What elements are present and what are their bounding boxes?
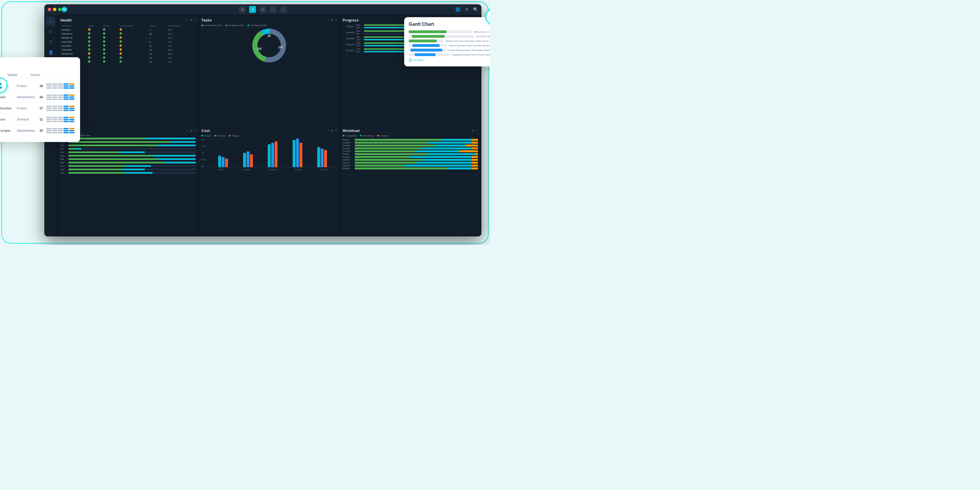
health-panel-icons: ⤢ ⚙ ?: [186, 19, 196, 22]
progress-cell: 35%: [167, 56, 196, 60]
info-icon[interactable]: ?: [194, 19, 196, 22]
maximize-button[interactable]: [58, 8, 62, 11]
settings-icon[interactable]: ⚙: [190, 19, 192, 22]
branch-icon[interactable]: ⑂: [280, 6, 287, 13]
task-mini-bar: [69, 128, 74, 129]
col-progress: PROGRESS: [167, 24, 196, 28]
workload-row-label: NewPrin: [343, 159, 353, 161]
tasks-cell: 3: [148, 40, 167, 44]
title-bar-right-icons: 🌐 ⚙ 🔍: [455, 7, 478, 12]
gantt-entry-label: Willow Devs 11%: [473, 30, 490, 33]
pen-icon[interactable]: ✎: [249, 6, 256, 13]
expand-icon[interactable]: ⤢: [327, 129, 329, 132]
time-cell: [87, 48, 102, 52]
time-bar-track: [68, 158, 196, 160]
workload-row-label: FortheL: [343, 153, 353, 155]
task-mini-bar: [64, 105, 68, 107]
globe-icon[interactable]: 🌐: [455, 7, 460, 12]
settings-icon[interactable]: ⚙: [331, 19, 334, 22]
svg-point-8: [0, 83, 2, 85]
cost-cell: [102, 60, 118, 64]
tasks-title: Tasks: [201, 18, 212, 22]
cost-cell: [102, 48, 118, 52]
sidebar-item-refresh[interactable]: ↻: [46, 27, 55, 36]
info-icon[interactable]: ?: [335, 19, 337, 22]
time-bar-row: 11%: [60, 172, 196, 174]
time-legend: Ahead Behind On Time: [60, 134, 196, 137]
copy-icon[interactable]: ⧉: [259, 6, 266, 13]
minimize-button[interactable]: [53, 8, 56, 11]
info-icon[interactable]: ?: [476, 129, 478, 132]
time-bar-cyan: [126, 165, 151, 167]
search-icon[interactable]: 🔍: [473, 7, 478, 12]
cost-bar-planned: [321, 148, 323, 167]
svg-marker-18: [409, 58, 412, 62]
team-rows: AJ Adam Johnson Product 18 DJ Danny Jone…: [0, 80, 74, 136]
time-cell: [87, 52, 102, 56]
workload-row-label: Enclave: [343, 147, 353, 149]
task-mini-bar: [58, 117, 63, 118]
member-tasks: 18: [40, 84, 44, 88]
member-name: Monica Corrigan: [0, 129, 14, 132]
settings-icon[interactable]: ⚙: [472, 129, 474, 132]
task-mini-bar: [64, 83, 68, 85]
workload-bar-remaining: [441, 139, 472, 141]
gantt-bar-fill: [409, 40, 437, 42]
expand-icon[interactable]: ⤢: [186, 129, 188, 132]
workload-bar-completed: [355, 150, 417, 152]
sidebar-item-home[interactable]: ⌂: [46, 17, 55, 26]
col-teams-header: TEAMS: [7, 73, 28, 77]
task-mini-bar: [64, 119, 68, 120]
gantt-title: Gantt Chart: [409, 22, 490, 27]
cost-group: [317, 147, 327, 167]
filter-icon[interactable]: ⚙: [465, 7, 469, 12]
settings-icon[interactable]: ⚙: [190, 129, 192, 132]
gantt-row: Ideation 90% Steve Michaels, Adam Johnso…: [409, 40, 490, 42]
expand-icon[interactable]: ⤢: [327, 19, 329, 22]
project-cell: NEWPORT: [60, 52, 87, 56]
close-button[interactable]: [48, 8, 51, 11]
sidebar-item-clock[interactable]: ⏱: [46, 37, 55, 47]
task-mini-bar: [46, 128, 51, 129]
task-mini-bar: [46, 96, 51, 98]
grid-icon[interactable]: ⊞: [239, 6, 246, 13]
task-mini-bar: [52, 99, 57, 100]
cost-cell: [102, 36, 118, 40]
cost-legend: Actual Planned Budget: [201, 134, 337, 137]
cost-bar-budget: [225, 158, 228, 167]
gantt-row: Market Research 100% Jennifer Murphey: [409, 44, 490, 47]
link-icon[interactable]: —: [270, 6, 277, 13]
cost-bar-budget: [324, 150, 327, 167]
workload-rows: 5GigsIT CanaryS DewaltB Enclave EV1Desi: [343, 139, 478, 169]
cost-y-labels: 2M 1.5M 1M 500K $0: [201, 139, 206, 168]
time-bar-green: [68, 148, 75, 150]
info-icon[interactable]: ?: [335, 129, 337, 132]
time-bar-track: [68, 138, 196, 139]
info-icon[interactable]: ?: [194, 129, 196, 132]
gantt-entry-label: You Got ITI 8%: [476, 35, 490, 38]
workload-bar-remaining: [447, 168, 472, 169]
col-time: TIME: [87, 24, 102, 28]
time-bar-track: [68, 165, 196, 167]
gantt-bar-track: [409, 35, 474, 38]
cost-chart: 5GigsITCanarySDewaltBEnclaveEV1Desi: [208, 139, 337, 171]
time-cell: [87, 32, 102, 36]
workload-bar-completed: [355, 168, 447, 169]
sidebar-item-user[interactable]: 👤: [46, 48, 55, 57]
gantt-entry-label: Ideation 90% Steve Michaels, Adam Johnso…: [445, 40, 490, 42]
task-mini-bar: [46, 105, 51, 107]
health-table-row: CANARYS 19 54%: [60, 32, 196, 36]
team-panel-title: Team: [0, 63, 74, 69]
expand-icon[interactable]: ⤢: [468, 129, 470, 132]
workload-row: 5GigsIT: [343, 139, 478, 141]
workload-row: Enclave: [343, 147, 478, 149]
workload-row-label: DewaltB: [343, 145, 353, 147]
cost-panel-icons: ⤢ ⚙ ?: [327, 129, 337, 132]
settings-icon[interactable]: ⚙: [331, 129, 334, 132]
workload-bar-overdue: [460, 150, 478, 152]
expand-icon[interactable]: ⤢: [186, 19, 188, 22]
time-bar-green: [68, 141, 170, 143]
cost-label: EV1Desi: [320, 169, 328, 171]
task-mini-bar: [69, 94, 74, 96]
team-row: JM Jennifer Murphey Product 17: [0, 103, 74, 114]
